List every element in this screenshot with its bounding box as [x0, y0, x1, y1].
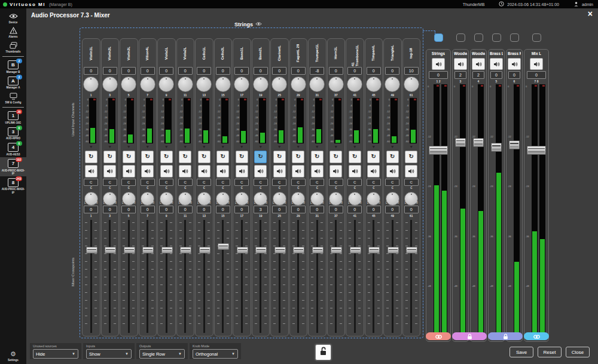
mute-button[interactable] — [367, 165, 380, 178]
gain-value[interactable]: 0 — [178, 67, 193, 75]
close-button[interactable]: Close — [566, 347, 590, 357]
gain-value[interactable]: 0 — [367, 67, 381, 75]
pan-mode-value[interactable]: C — [197, 179, 211, 186]
pan-mode-value[interactable]: C — [291, 179, 306, 186]
gain-value[interactable]: 0 — [84, 67, 98, 75]
gain-knob[interactable] — [83, 77, 99, 92]
crosspoint-route-button[interactable]: ↻ — [349, 151, 361, 163]
output-group-pill[interactable] — [488, 332, 523, 340]
gain-value[interactable]: 0 — [197, 67, 211, 75]
mute-button[interactable] — [123, 165, 135, 178]
fader-handle[interactable] — [388, 247, 399, 253]
gain-knob[interactable] — [158, 77, 174, 92]
pan-mode-value[interactable]: C — [84, 179, 98, 186]
crosspoint-route-button[interactable]: ↻ — [254, 151, 267, 163]
output-select-toggle[interactable] — [510, 33, 519, 42]
gain-knob[interactable] — [271, 77, 287, 92]
output-value[interactable]: 0 — [429, 71, 448, 79]
mute-button[interactable] — [141, 165, 154, 178]
gain-value[interactable]: 0 — [272, 67, 286, 75]
output-value[interactable]: 0 — [527, 71, 546, 79]
fader-handle[interactable] — [237, 247, 248, 253]
pan-mode-value[interactable]: C — [159, 179, 173, 186]
gain-knob[interactable] — [385, 77, 400, 92]
mute-button[interactable] — [103, 165, 116, 178]
pan-mode-value[interactable]: C — [385, 179, 399, 186]
pan-mode-value[interactable]: C — [310, 179, 324, 186]
control-select[interactable]: Show ▼ — [86, 349, 132, 359]
gain-value[interactable]: 0 — [216, 67, 230, 75]
fader-handle[interactable] — [293, 247, 304, 253]
control-select[interactable]: Orthogonal ▼ — [193, 349, 238, 359]
output-fader-handle[interactable] — [491, 143, 502, 152]
gain-knob[interactable] — [309, 77, 325, 92]
output-select-toggle[interactable] — [474, 33, 483, 42]
crosspoint-route-button[interactable]: ↻ — [329, 151, 342, 163]
sidebar-item-uplink-10g[interactable]: 120UPLINK-10G — [0, 109, 26, 126]
fader-handle[interactable] — [142, 247, 154, 253]
gain-knob[interactable] — [121, 77, 136, 92]
crosspoint-route-button[interactable]: ↻ — [367, 151, 380, 163]
output-fader-handle[interactable] — [509, 140, 520, 149]
gain-knob[interactable] — [196, 77, 212, 92]
mute-button[interactable] — [490, 58, 503, 70]
gain-value[interactable]: 10 — [404, 67, 419, 75]
crosspoint-route-button[interactable]: ↻ — [236, 151, 248, 163]
crosspoint-route-button[interactable]: ↻ — [216, 151, 229, 163]
mute-button[interactable] — [273, 165, 286, 178]
crosspoint-route-button[interactable]: ↻ — [405, 151, 417, 163]
pan-mode-value[interactable]: C — [103, 179, 117, 186]
fader-handle[interactable] — [105, 247, 116, 253]
mute-button[interactable] — [85, 165, 97, 178]
pan-value[interactable]: 0 — [291, 206, 306, 213]
gain-knob[interactable] — [328, 77, 344, 92]
pan-value[interactable]: 0 — [310, 206, 324, 213]
control-select[interactable]: Hide ▼ — [33, 349, 78, 359]
mute-button[interactable] — [198, 165, 210, 178]
crosspoint-route-button[interactable]: ↻ — [292, 151, 304, 163]
output-value[interactable]: 2 — [454, 71, 466, 79]
crosspoint-route-button[interactable]: ↻ — [273, 151, 286, 163]
mute-button[interactable] — [179, 165, 191, 178]
mute-button[interactable] — [432, 58, 445, 70]
gain-value[interactable]: 0 — [121, 67, 136, 75]
pan-value[interactable]: 0 — [178, 206, 193, 213]
crosspoint-route-button[interactable]: ↻ — [160, 151, 173, 163]
gain-knob[interactable] — [178, 77, 193, 92]
gain-knob[interactable] — [253, 77, 269, 92]
crosspoint-route-button[interactable]: ↻ — [198, 151, 210, 163]
sidebar-item-sw-config[interactable]: SW & Config — [0, 90, 26, 105]
pan-value[interactable]: 0 — [385, 206, 399, 213]
mute-button[interactable] — [311, 165, 324, 178]
sidebar-item-manager-a[interactable]: A2Manager A — [0, 75, 26, 91]
gain-knob[interactable] — [234, 77, 249, 92]
lock-button[interactable] — [315, 344, 331, 360]
crosspoint-route-button[interactable]: ↻ — [123, 151, 135, 163]
fader-handle[interactable] — [199, 247, 210, 253]
sidebar-item-device[interactable]: Device — [0, 10, 26, 25]
pan-value[interactable]: 0 — [234, 206, 249, 213]
pan-value[interactable]: 0 — [347, 206, 362, 213]
pan-mode-value[interactable]: C — [216, 179, 230, 186]
close-icon[interactable]: × — [588, 10, 593, 18]
pan-mode-value[interactable]: C — [141, 179, 155, 186]
gain-value[interactable]: -8 — [310, 67, 324, 75]
output-fader-handle[interactable] — [455, 138, 466, 147]
sidebar-item-aud-rpro[interactable]: 30AUD-RPRO — [0, 126, 26, 142]
visibility-icon[interactable] — [255, 22, 262, 27]
control-select[interactable]: Single Row ▼ — [139, 349, 185, 359]
output-fader-handle[interactable] — [473, 138, 484, 147]
gain-value[interactable]: 0 — [254, 67, 268, 75]
mute-button[interactable] — [454, 58, 467, 70]
fader-handle[interactable] — [86, 247, 97, 253]
gain-knob[interactable] — [347, 77, 362, 92]
mute-button[interactable] — [292, 165, 304, 178]
crosspoint-route-button[interactable]: ↻ — [103, 151, 116, 163]
mute-button[interactable] — [472, 58, 485, 70]
gain-value[interactable]: 0 — [234, 67, 249, 75]
mute-button[interactable] — [254, 165, 267, 178]
pan-value[interactable]: 0 — [121, 206, 136, 213]
crosspoint-route-button[interactable]: ↻ — [179, 151, 191, 163]
gain-knob[interactable] — [291, 77, 306, 92]
output-group-pill[interactable] — [524, 332, 549, 340]
